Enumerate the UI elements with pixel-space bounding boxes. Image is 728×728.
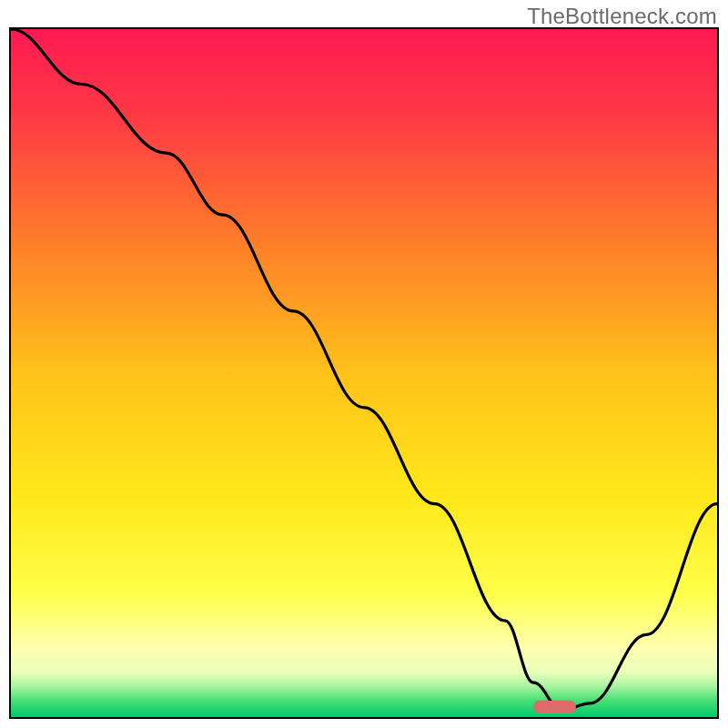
svg-rect-1 [533, 701, 576, 713]
watermark-text: TheBottleneck.com [527, 4, 717, 29]
chart-frame [9, 27, 719, 719]
optimal-marker [11, 29, 717, 717]
